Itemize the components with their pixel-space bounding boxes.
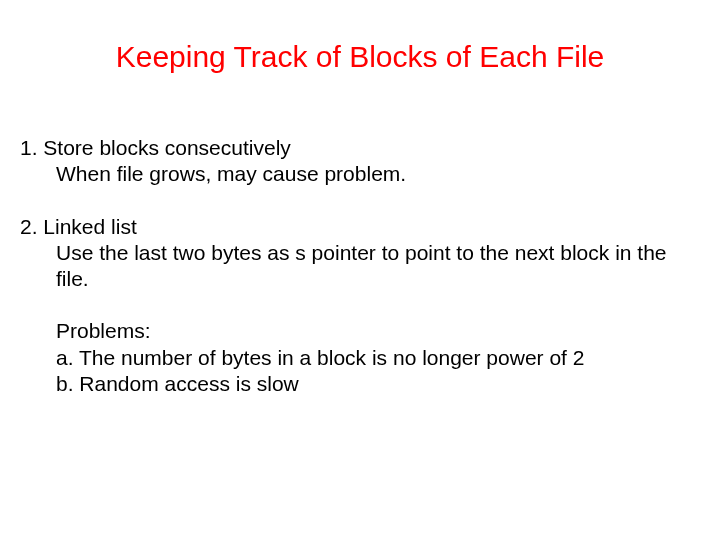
problems-block: Problems: a. The number of bytes in a bl… xyxy=(20,318,680,397)
item-detail: When file grows, may cause problem. xyxy=(20,161,680,187)
problem-line: a. The number of bytes in a block is no … xyxy=(56,345,680,371)
problem-line: b. Random access is slow xyxy=(56,371,680,397)
list-item: 1. Store blocks consecutively When file … xyxy=(20,135,680,188)
problems-label: Problems: xyxy=(56,318,680,344)
item-detail: Use the last two bytes as s pointer to p… xyxy=(20,240,680,293)
list-item: 2. Linked list Use the last two bytes as… xyxy=(20,214,680,398)
slide: Keeping Track of Blocks of Each File 1. … xyxy=(0,0,720,540)
slide-title: Keeping Track of Blocks of Each File xyxy=(0,40,720,74)
slide-body: 1. Store blocks consecutively When file … xyxy=(20,135,680,423)
item-heading: 1. Store blocks consecutively xyxy=(20,135,680,161)
item-heading: 2. Linked list xyxy=(20,214,680,240)
